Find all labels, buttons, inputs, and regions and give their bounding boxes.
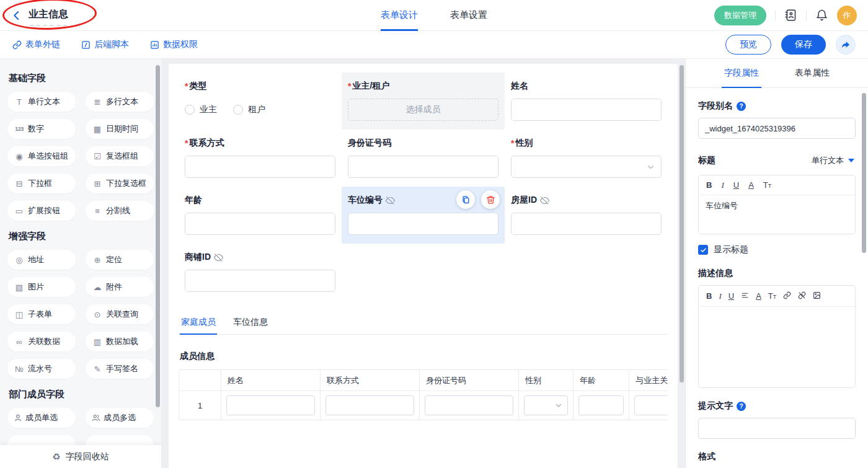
font-size-button[interactable]: TT: [768, 292, 776, 300]
title-content[interactable]: 车位编号: [699, 195, 855, 234]
font-color-button[interactable]: A: [748, 181, 754, 189]
delete-field-button[interactable]: [481, 190, 500, 209]
multi-line-text-icon: [92, 97, 103, 107]
field-house-id[interactable]: 房屋ID: [505, 187, 668, 244]
avatar[interactable]: 作: [837, 6, 857, 25]
align-button[interactable]: [741, 291, 749, 301]
field-item-linked-query[interactable]: 关联查询: [86, 304, 154, 324]
save-button[interactable]: 保存: [781, 35, 826, 55]
remove-link-button[interactable]: [798, 291, 806, 301]
field-age[interactable]: 年龄: [179, 187, 342, 244]
sidebar-scrollbar[interactable]: [156, 65, 160, 407]
tab-form-settings[interactable]: 表单设置: [450, 0, 487, 31]
insert-image-button[interactable]: [813, 291, 821, 301]
share-button[interactable]: [836, 35, 856, 55]
name-input[interactable]: [511, 99, 662, 121]
underline-button[interactable]: U: [733, 181, 739, 189]
field-id-number[interactable]: 身份证号码: [342, 130, 505, 187]
form-title[interactable]: 业主信息: [29, 8, 68, 22]
field-item-divider[interactable]: 分割线: [86, 201, 154, 221]
shop-id-input[interactable]: [185, 270, 335, 292]
font-size-button[interactable]: TT: [763, 181, 771, 189]
description-editor: B I U A TT: [698, 285, 856, 388]
hint-input[interactable]: [698, 418, 856, 439]
col-index: [179, 370, 221, 391]
gender-select[interactable]: [511, 156, 662, 178]
field-item-signature[interactable]: 手写签名: [86, 359, 154, 379]
field-item-attachment[interactable]: 附件: [86, 277, 154, 297]
row-id-number-input[interactable]: [425, 395, 513, 415]
insert-link-button[interactable]: [783, 291, 791, 301]
divider-icon: [92, 206, 103, 216]
member-picker[interactable]: 选择成员: [348, 99, 498, 121]
house-id-input[interactable]: [511, 213, 662, 235]
field-item-dropdown-multi[interactable]: 下拉复选框: [86, 174, 154, 193]
tab-field-properties[interactable]: 字段属性: [724, 59, 759, 87]
field-item-dropdown[interactable]: 下拉框: [7, 174, 76, 193]
field-recycle-bin[interactable]: 字段回收站: [0, 445, 161, 468]
tab-form-properties[interactable]: 表单属性: [795, 59, 830, 87]
data-manage-button[interactable]: 数据管理: [714, 6, 766, 25]
copy-field-button[interactable]: [456, 190, 475, 209]
field-item-single-line-text[interactable]: 单行文本: [7, 92, 76, 112]
help-icon[interactable]: ?: [737, 102, 746, 111]
italic-button[interactable]: I: [719, 292, 721, 300]
subform-tab-parking[interactable]: 车位信息: [232, 313, 269, 334]
field-item-member-multi[interactable]: 成员多选: [86, 408, 154, 428]
field-item-image[interactable]: 图片: [7, 277, 76, 297]
field-item-extend-button[interactable]: 扩展按钮: [7, 201, 76, 221]
row-age-input[interactable]: [578, 395, 624, 415]
row-gender-select[interactable]: [524, 395, 568, 415]
radio-owner[interactable]: 业主: [185, 104, 217, 115]
field-item-datetime[interactable]: 日期时间: [86, 119, 154, 139]
field-owner-tenant[interactable]: *业主/租户 选择成员: [342, 73, 505, 130]
field-item-member-single[interactable]: 成员单选: [7, 408, 76, 428]
preview-button[interactable]: 预览: [725, 35, 771, 55]
field-name[interactable]: 姓名: [505, 73, 668, 130]
field-item-multi-line-text[interactable]: 多行文本: [86, 92, 154, 112]
field-item-linked-data[interactable]: 关联数据: [7, 332, 76, 351]
form-external-link[interactable]: 表单外链: [12, 39, 60, 50]
field-item-address[interactable]: 地址: [7, 250, 76, 270]
parking-number-input[interactable]: [348, 213, 498, 235]
row-contact-input[interactable]: [326, 395, 414, 415]
alias-input[interactable]: [698, 118, 856, 139]
bold-button[interactable]: B: [706, 181, 712, 189]
link-icon: [12, 40, 22, 50]
canvas-scrollbar[interactable]: [680, 65, 684, 382]
field-contact[interactable]: *联系方式: [179, 130, 342, 187]
font-color-button[interactable]: A: [756, 292, 761, 300]
field-item-radio-group[interactable]: 单选按钮组: [7, 146, 76, 166]
help-icon[interactable]: ?: [737, 402, 746, 411]
id-number-input[interactable]: [348, 156, 498, 178]
subform-tab-family[interactable]: 家庭成员: [180, 313, 217, 334]
underline-button[interactable]: U: [728, 292, 734, 300]
field-type-select[interactable]: 单行文本: [810, 152, 856, 169]
field-type[interactable]: *类型 业主 租户: [179, 73, 342, 130]
field-item-data-load[interactable]: 数据加载: [86, 332, 154, 351]
back-icon[interactable]: [11, 10, 22, 21]
row-relation-input[interactable]: [634, 395, 668, 415]
contact-input[interactable]: [185, 156, 335, 178]
italic-button[interactable]: I: [721, 181, 724, 189]
contact-book-icon[interactable]: [784, 9, 797, 22]
field-shop-id[interactable]: 商铺ID: [179, 244, 342, 301]
radio-tenant[interactable]: 租户: [233, 104, 265, 115]
field-item-subform[interactable]: 子表单: [7, 304, 76, 324]
show-title-checkbox[interactable]: 显示标题: [698, 244, 856, 255]
field-item-number[interactable]: 数字: [7, 119, 76, 139]
field-item-checkbox-group[interactable]: 复选框组: [86, 146, 154, 166]
field-item-serial-number[interactable]: 流水号: [7, 359, 76, 379]
age-input[interactable]: [185, 213, 335, 235]
description-content[interactable]: [699, 307, 855, 387]
tab-form-design[interactable]: 表单设计: [381, 0, 418, 31]
field-gender[interactable]: *性别: [505, 130, 668, 187]
bold-button[interactable]: B: [706, 292, 712, 300]
backend-script-link[interactable]: 后端脚本: [81, 39, 129, 50]
bell-icon[interactable]: [815, 9, 828, 22]
panel-scrollbar[interactable]: [862, 93, 866, 253]
data-permission-link[interactable]: 数据权限: [150, 39, 198, 50]
field-parking-number-selected[interactable]: 车位编号: [342, 187, 505, 244]
field-item-location[interactable]: 定位: [86, 250, 154, 270]
row-name-input[interactable]: [226, 395, 315, 415]
